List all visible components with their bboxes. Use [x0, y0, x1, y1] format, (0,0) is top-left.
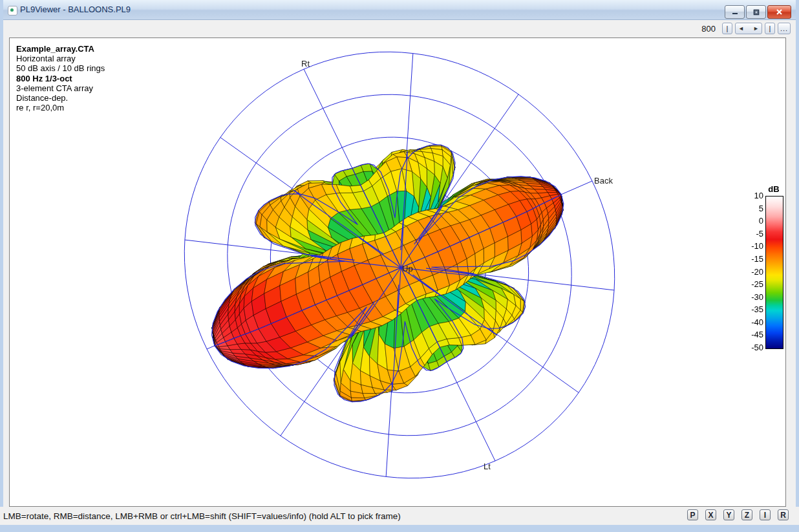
view-button-z[interactable]: Z: [741, 509, 752, 520]
view-button-i[interactable]: I: [760, 509, 771, 520]
close-button[interactable]: [767, 5, 791, 19]
plot-info-block: Example_array.CTA Horizontal array 50 dB…: [16, 44, 105, 112]
colorbar-tick: -20: [745, 267, 763, 277]
frequency-value: 800: [701, 24, 716, 34]
info-line-distance-dep: Distance-dep.: [16, 93, 105, 103]
app-icon: [8, 6, 17, 16]
view-button-x[interactable]: X: [705, 509, 716, 520]
view-button-p[interactable]: P: [687, 509, 698, 520]
step-up-icon[interactable]: ►: [753, 25, 759, 32]
frequency-stepper[interactable]: ◄ ►: [735, 23, 762, 34]
colorbar-gradient: [765, 196, 783, 349]
colorbar-title: dB: [765, 184, 782, 194]
minimize-icon: [732, 9, 738, 15]
colorbar: dB 1050-5-10-15-20-25-30-35-40-45-50: [745, 184, 799, 398]
info-line-axis: 50 dB axis / 10 dB rings: [16, 63, 105, 73]
colorbar-tick: -50: [745, 343, 763, 352]
frequency-pin-left-button[interactable]: |: [722, 23, 732, 34]
frequency-pin-right-button[interactable]: |: [765, 23, 775, 34]
info-line-orientation: Horizontal array: [16, 54, 105, 63]
colorbar-tick: -35: [745, 304, 763, 314]
view-buttons: P X Y Z I R: [687, 509, 789, 520]
info-line-title: Example_array.CTA: [16, 44, 105, 54]
window-border-bottom: [0, 524, 799, 532]
status-bar: LMB=rotate, RMB=distance, LMB+RMB or ctr…: [0, 507, 799, 525]
frequency-toolbar: 800 | ◄ ► | ...: [701, 22, 791, 35]
colorbar-tick: 10: [745, 191, 763, 200]
window-title: PL9Viewer - BALLOONS.PL9: [20, 5, 131, 14]
status-hint: LMB=rotate, RMB=distance, LMB+RMB or ctr…: [3, 511, 401, 521]
maximize-icon: [753, 9, 760, 16]
colorbar-tick: -30: [745, 292, 763, 302]
more-options-button[interactable]: ...: [778, 23, 791, 34]
colorbar-tick: -25: [745, 279, 763, 289]
view-button-r[interactable]: R: [778, 509, 789, 520]
step-down-icon[interactable]: ◄: [738, 25, 744, 32]
colorbar-tick: -10: [745, 241, 763, 251]
app-icon-dot: [10, 8, 14, 12]
colorbar-tick: 5: [745, 204, 763, 213]
info-line-array: 3-element CTA array: [16, 83, 105, 93]
title-bar[interactable]: PL9Viewer - BALLOONS.PL9: [0, 0, 799, 20]
minimize-button[interactable]: [725, 5, 745, 19]
plot-panel: Example_array.CTA Horizontal array 50 dB…: [9, 37, 786, 507]
colorbar-tick: -5: [745, 229, 763, 239]
info-line-reference: re r, r=20,0m: [16, 103, 105, 112]
balloon-plot-canvas[interactable]: [10, 38, 785, 506]
view-button-y[interactable]: Y: [723, 509, 734, 520]
colorbar-tick: -45: [745, 330, 763, 339]
info-line-frequency: 800 Hz 1/3-oct: [16, 74, 105, 83]
app-window: PL9Viewer - BALLOONS.PL9 800 | ◄ ► | ...…: [0, 0, 799, 532]
colorbar-tick: -40: [745, 317, 763, 327]
window-border-left: [0, 0, 3, 532]
colorbar-tick: -15: [745, 254, 763, 264]
maximize-button[interactable]: [746, 5, 766, 19]
colorbar-tick: 0: [745, 216, 763, 226]
close-icon: [776, 8, 783, 16]
